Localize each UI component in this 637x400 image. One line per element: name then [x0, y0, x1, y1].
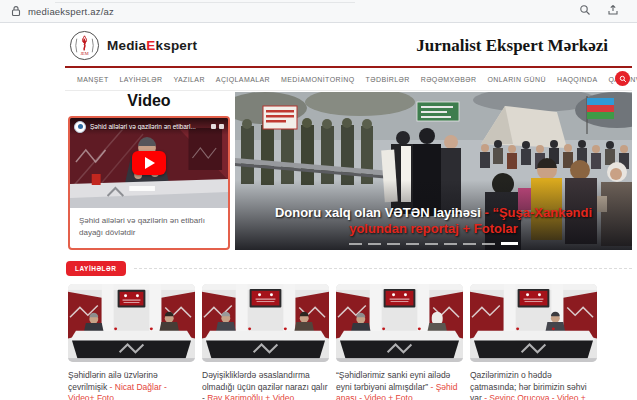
search-icon[interactable] — [579, 4, 591, 16]
tab-edge — [55, 2, 355, 3]
nav-item-reqemxeber[interactable]: RƏQƏMXƏBƏR — [421, 76, 477, 83]
jem-logo-icon: JEM — [69, 30, 100, 61]
card-title[interactable]: Dəyişikliklərdə əsaslandırma olmadığı üç… — [202, 370, 329, 400]
section-divider — [134, 268, 632, 269]
projects-card-list: Şəhidlərin ailə üzvlərinə çevrilmişik - … — [68, 284, 605, 400]
projects-badge[interactable]: LAYİHƏLƏR — [66, 261, 126, 276]
card-thumbnail[interactable] — [68, 284, 195, 362]
card-title[interactable]: “Şəhidlərimiz sanki eyni ailədə eyni tər… — [336, 370, 463, 400]
nav-item-manset[interactable]: MANŞET — [77, 76, 109, 83]
hero-carousel[interactable]: Donoru xalq olan VƏTƏN layihəsi - “Şuşa-… — [235, 92, 632, 250]
nav-item-layiheler[interactable]: LAYİHƏLƏR — [120, 76, 163, 83]
channel-avatar[interactable] — [74, 121, 86, 133]
site-title: Jurnalist Ekspert Mərkəzi — [416, 36, 608, 56]
card-title[interactable]: Qazilərimizin o həddə çatmasında; hər bi… — [470, 370, 597, 400]
carousel-dash[interactable] — [368, 243, 381, 245]
studio-thumb-scene — [470, 284, 597, 362]
play-button[interactable] — [132, 151, 166, 175]
share-icon[interactable] — [607, 4, 619, 16]
carousel-dash[interactable] — [425, 243, 438, 245]
card-thumbnail[interactable] — [336, 284, 463, 362]
video-card: Şəhid ailələri və qazilərin ən etibarl..… — [68, 116, 230, 250]
address-bar[interactable]: mediaekspert.az/az — [10, 5, 114, 17]
card-title[interactable]: Şəhidlərin ailə üzvlərinə çevrilmişik - … — [68, 370, 195, 400]
carousel-dash[interactable] — [349, 243, 362, 245]
video-overlay-title[interactable]: Şəhid ailələri və qazilərin ən etibarl..… — [90, 123, 196, 130]
carousel-dash[interactable] — [406, 243, 419, 245]
projects-section-header: LAYİHƏLƏR — [66, 261, 632, 276]
site-logo[interactable]: JEM MediaEkspert — [69, 30, 197, 61]
studio-thumb-scene — [68, 284, 195, 362]
play-triangle-icon — [145, 157, 155, 169]
project-card[interactable]: “Şəhidlərimiz sanki eyni ailədə eyni tər… — [336, 284, 463, 400]
nav-item-yazilar[interactable]: YAZILAR — [173, 76, 204, 83]
project-card[interactable]: Qazilərimizin o həddə çatmasında; hər bi… — [470, 284, 597, 400]
studio-thumb-scene — [336, 284, 463, 362]
video-column: Video — [66, 92, 232, 250]
carousel-dash[interactable] — [482, 243, 495, 245]
nav-search-button[interactable] — [615, 71, 630, 86]
nav-item-haqqinda[interactable]: HAQQINDA — [557, 76, 598, 83]
site-header: JEM MediaEkspert Jurnalist Ekspert Mərkə… — [65, 30, 632, 64]
studio-thumb-scene — [202, 284, 329, 362]
project-card[interactable]: Şəhidlərin ailə üzvlərinə çevrilmişik - … — [68, 284, 195, 400]
logo-small-text: JEM — [80, 51, 88, 56]
video-caption[interactable]: Şəhid ailələri və qazilərin ən etibarlı … — [70, 208, 228, 248]
magnifier-icon — [619, 75, 627, 83]
lock-icon — [10, 5, 22, 17]
watch-later-share-icons[interactable] — [211, 124, 224, 129]
card-thumbnail[interactable] — [202, 284, 329, 362]
carousel-dash[interactable] — [444, 243, 457, 245]
card-thumbnail[interactable] — [470, 284, 597, 362]
url-text[interactable]: mediaekspert.az/az — [28, 6, 114, 17]
hero-headline[interactable]: Donoru xalq olan VƏTƏN layihəsi - “Şuşa-… — [235, 205, 632, 237]
main-navigation: MANŞET LAYİHƏLƏR YAZILAR AÇIQLAMALAR MED… — [65, 66, 632, 91]
card-link: - Sevinc Orucova - Video + Foto — [470, 393, 586, 400]
nav-item-tedbirler[interactable]: TƏDBİRLƏR — [366, 76, 410, 83]
youtube-title-bar: Şəhid ailələri və qazilərin ən etibarl..… — [70, 118, 228, 135]
browser-window: mediaekspert.az/az JEM MediaEkspert Jurn… — [0, 0, 637, 400]
project-card[interactable]: Dəyişikliklərdə əsaslandırma olmadığı üç… — [202, 284, 329, 400]
carousel-dash[interactable] — [387, 243, 400, 245]
browser-chrome: mediaekspert.az/az — [0, 0, 637, 23]
carousel-dash[interactable] — [463, 243, 476, 245]
carousel-dash-active[interactable] — [501, 242, 518, 245]
video-heading: Video — [66, 92, 232, 110]
video-player[interactable]: Şəhid ailələri və qazilərin ən etibarl..… — [70, 118, 228, 208]
carousel-indicators — [235, 242, 632, 245]
hero-headline-white: Donoru xalq olan VƏTƏN layihəsi — [275, 205, 481, 220]
brand-name: MediaEkspert — [107, 38, 197, 53]
nav-item-aciqlamalar[interactable]: AÇIQLAMALAR — [216, 76, 270, 83]
nav-item-mediamonitorinq[interactable]: MEDİAMONİTORİNQ — [281, 76, 355, 83]
card-link: Rəy Karimoğlu + Video — [207, 393, 294, 400]
nav-item-onlarin-gunu[interactable]: ONLARIN GÜNÜ — [487, 76, 545, 83]
